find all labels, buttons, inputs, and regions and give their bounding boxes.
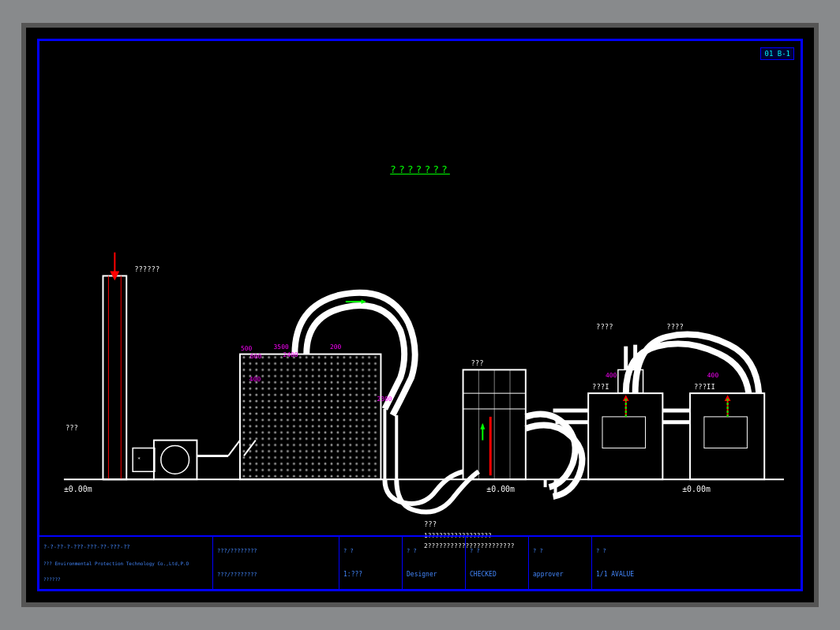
svg-rect-20 bbox=[242, 356, 379, 478]
title-block: ?-?-??-?-???-???-??-???-?? ??? Environme… bbox=[39, 535, 801, 589]
checked-value: CHECKED bbox=[470, 571, 524, 578]
svg-text:???II: ???II bbox=[694, 383, 715, 391]
scale-value: 1:??? bbox=[343, 571, 398, 578]
svg-text:????: ???? bbox=[666, 323, 683, 331]
drawn-label: ? ? bbox=[407, 548, 461, 554]
svg-marker-31 bbox=[480, 423, 485, 429]
svg-text:??????: ?????? bbox=[134, 265, 159, 273]
svg-text:400: 400 bbox=[606, 372, 617, 379]
drawing-name-value: ???/???????? bbox=[217, 572, 335, 578]
svg-text:±0.00m: ±0.00m bbox=[64, 485, 92, 493]
title-block-sheet: ? ? 1/1 AVALUE bbox=[592, 537, 801, 589]
main-drawing-svg: ±0.00m ±0.00m ±0.00m ?????? ??? * bbox=[39, 41, 801, 589]
svg-rect-36 bbox=[602, 417, 646, 448]
title-block-scale: ? ? 1:??? bbox=[339, 537, 403, 589]
svg-rect-4 bbox=[103, 276, 126, 479]
svg-text:2300: 2300 bbox=[377, 396, 392, 403]
svg-rect-13 bbox=[133, 448, 155, 472]
svg-text:2400: 2400 bbox=[283, 351, 298, 358]
svg-text:200: 200 bbox=[330, 343, 342, 351]
title-block-approved: ? ? approver bbox=[529, 537, 592, 589]
svg-text:???: ??? bbox=[471, 359, 483, 367]
company-line3: ?????? bbox=[43, 576, 208, 582]
approved-value: approver bbox=[533, 571, 587, 578]
title-block-drawn: ? ? Designer bbox=[403, 537, 466, 589]
outer-frame: 01 B-1 ??????? ±0.00m ±0.00m ±0.00m ????… bbox=[21, 23, 819, 607]
sheet-value: 1/1 AVALUE bbox=[596, 571, 797, 578]
approved-label: ? ? bbox=[533, 548, 587, 554]
sheet-label: ? ? bbox=[596, 548, 797, 554]
inner-frame: 01 B-1 ??????? ±0.00m ±0.00m ±0.00m ????… bbox=[37, 39, 803, 591]
svg-text:±0.00m: ±0.00m bbox=[682, 485, 711, 493]
title-block-checked: ? ? CHECKED bbox=[466, 537, 529, 589]
drawing-name-label: ???/???????? bbox=[217, 548, 335, 554]
checked-label: ? ? bbox=[470, 548, 524, 554]
company-line2: ??? Environmental Protection Technology … bbox=[43, 561, 208, 566]
svg-text:3500: 3500 bbox=[274, 343, 289, 351]
svg-text:400: 400 bbox=[707, 372, 719, 379]
svg-text:400: 400 bbox=[249, 376, 261, 383]
title-block-company: ?-?-??-?-???-???-??-???-?? ??? Environme… bbox=[39, 537, 213, 589]
svg-point-11 bbox=[161, 446, 189, 474]
svg-text:???I: ???I bbox=[592, 383, 609, 391]
svg-text:600: 600 bbox=[250, 353, 262, 360]
svg-text:*: * bbox=[137, 456, 141, 463]
svg-text:???: ??? bbox=[66, 424, 78, 432]
svg-text:???: ??? bbox=[424, 520, 437, 528]
svg-text:500: 500 bbox=[241, 345, 253, 352]
drawn-value: Designer bbox=[407, 571, 461, 578]
title-block-drawing-name: ???/???????? ???/???????? bbox=[213, 537, 339, 589]
svg-rect-42 bbox=[704, 417, 748, 448]
scale-label: ? ? bbox=[343, 548, 398, 554]
svg-line-16 bbox=[228, 441, 240, 456]
company-line1: ?-?-??-?-???-???-??-???-?? bbox=[43, 544, 208, 550]
svg-text:????: ???? bbox=[596, 323, 613, 331]
svg-text:±0.00m: ±0.00m bbox=[486, 485, 515, 493]
